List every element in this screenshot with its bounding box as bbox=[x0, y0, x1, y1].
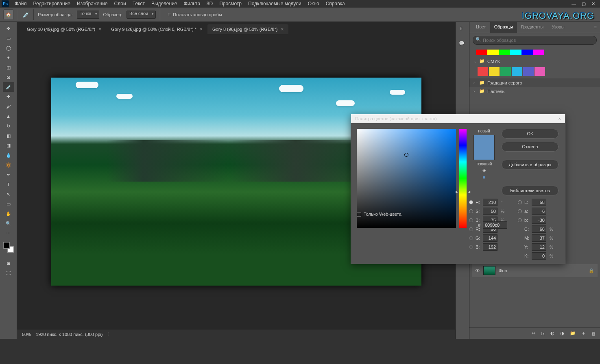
minimize-icon[interactable]: — bbox=[572, 1, 576, 6]
dialog-titlebar[interactable]: Палитра цветов (заказной цвет холста) × bbox=[351, 114, 565, 123]
pen-tool-icon[interactable]: ✒ bbox=[3, 170, 14, 180]
panel-menu-icon[interactable]: ≡ bbox=[591, 22, 600, 33]
radio-s[interactable] bbox=[469, 209, 473, 213]
swatch-yellow[interactable] bbox=[487, 50, 499, 55]
eyedropper-tool-icon[interactable]: 💉 bbox=[3, 82, 14, 92]
crop-tool-icon[interactable]: ◫ bbox=[3, 63, 14, 72]
tab-gradients[interactable]: Градиенты bbox=[517, 22, 548, 33]
trash-icon[interactable]: 🗑 bbox=[591, 331, 596, 336]
eraser-tool-icon[interactable]: ◧ bbox=[3, 131, 14, 141]
swatch-cmyk-4[interactable] bbox=[512, 67, 522, 76]
radio-r[interactable] bbox=[469, 227, 473, 231]
fx-icon[interactable]: fx bbox=[541, 331, 545, 336]
zoom-tool-icon[interactable]: 🔍 bbox=[3, 219, 14, 228]
input-b[interactable] bbox=[532, 217, 546, 224]
input-s[interactable] bbox=[483, 208, 497, 215]
layer-visibility-icon[interactable]: 👁 bbox=[475, 268, 480, 273]
swatch-red[interactable] bbox=[476, 50, 487, 55]
layer-row-background[interactable]: 👁 Фон 🔒 bbox=[472, 264, 598, 277]
menu-filter[interactable]: Фильтр bbox=[181, 1, 203, 6]
hue-slider[interactable] bbox=[459, 129, 467, 228]
link-icon[interactable]: ⇔ bbox=[532, 331, 535, 336]
lock-icon[interactable]: 🔒 bbox=[589, 268, 594, 273]
history-brush-icon[interactable]: ↻ bbox=[3, 121, 14, 131]
websafe-icon[interactable]: ■ bbox=[483, 175, 486, 180]
folder-grayscale[interactable]: ›📁Градации серого bbox=[469, 78, 600, 87]
show-ring-checkbox[interactable]: ☐ Показать кольцо пробы bbox=[168, 12, 222, 17]
sample-size-select[interactable]: Точка bbox=[77, 11, 99, 19]
menu-window[interactable]: Окно bbox=[305, 1, 323, 6]
group-icon[interactable]: 📁 bbox=[570, 331, 576, 336]
close-window-icon[interactable]: ✕ bbox=[591, 1, 595, 6]
quickmask-icon[interactable]: ◙ bbox=[3, 258, 14, 268]
menu-view[interactable]: Просмотр bbox=[216, 1, 245, 6]
healing-tool-icon[interactable]: ✚ bbox=[3, 92, 14, 102]
swatch-cmyk-2[interactable] bbox=[489, 67, 500, 76]
gradient-tool-icon[interactable]: ◨ bbox=[3, 141, 14, 150]
menu-file[interactable]: Файл bbox=[11, 1, 30, 6]
menu-3d[interactable]: 3D bbox=[203, 1, 216, 6]
radio-h[interactable] bbox=[469, 200, 473, 204]
folder-pastel[interactable]: ›📁Пастель bbox=[469, 87, 600, 95]
more-tools-icon[interactable]: ⋯ bbox=[3, 228, 14, 238]
add-swatch-button[interactable]: Добавить в образцы bbox=[502, 160, 559, 169]
menu-layers[interactable]: Слои bbox=[111, 1, 129, 6]
input-y[interactable] bbox=[532, 243, 546, 251]
cancel-button[interactable]: Отмена bbox=[502, 142, 559, 152]
swatch-cmyk-1[interactable] bbox=[478, 67, 488, 76]
close-icon[interactable]: × bbox=[98, 26, 101, 32]
radio-l[interactable] bbox=[518, 200, 522, 204]
search-swatches-input[interactable] bbox=[473, 36, 597, 45]
lasso-tool-icon[interactable]: ◯ bbox=[3, 43, 14, 53]
tab-patterns[interactable]: Узоры bbox=[548, 22, 568, 33]
menu-text[interactable]: Текст bbox=[129, 1, 148, 6]
chevron-right-icon[interactable]: 〉 bbox=[107, 331, 112, 337]
swatch-magenta[interactable] bbox=[533, 50, 544, 55]
screenmode-icon[interactable]: ⛶ bbox=[3, 268, 14, 278]
menu-image[interactable]: Изображение bbox=[74, 1, 111, 6]
tab-color[interactable]: Цвет bbox=[472, 22, 490, 33]
zoom-level[interactable]: 50% bbox=[22, 332, 31, 337]
menu-help[interactable]: Справка bbox=[323, 1, 348, 6]
maximize-icon[interactable]: ▢ bbox=[582, 1, 586, 6]
sample-layer-select[interactable]: Все слои bbox=[127, 11, 156, 19]
magicwand-tool-icon[interactable]: ✦ bbox=[3, 53, 14, 63]
web-only-checkbox[interactable]: Только Web-цвета bbox=[357, 212, 401, 217]
path-select-icon[interactable]: ↖ bbox=[3, 189, 14, 199]
blur-tool-icon[interactable]: 💧 bbox=[3, 150, 14, 160]
input-hex[interactable] bbox=[483, 221, 507, 229]
adjustment-icon[interactable]: ◑ bbox=[560, 331, 564, 336]
frame-tool-icon[interactable]: ⊠ bbox=[3, 72, 14, 82]
input-blue[interactable] bbox=[483, 243, 497, 251]
marquee-tool-icon[interactable]: ▭ bbox=[3, 33, 14, 43]
color-swatches[interactable] bbox=[2, 241, 15, 254]
folder-cmyk[interactable]: ⌄📁CMYK bbox=[469, 57, 600, 65]
menu-plugins[interactable]: Подключаемые модули bbox=[245, 1, 305, 6]
shape-tool-icon[interactable]: ▭ bbox=[3, 199, 14, 209]
dodge-tool-icon[interactable]: 🔆 bbox=[3, 160, 14, 170]
text-tool-icon[interactable]: T bbox=[3, 180, 14, 189]
radio-b[interactable] bbox=[518, 218, 522, 222]
swatch-cmyk-6[interactable] bbox=[535, 67, 545, 76]
radio-a[interactable] bbox=[518, 209, 522, 213]
brush-tool-icon[interactable]: 🖌 bbox=[3, 102, 14, 111]
learn-panel-icon[interactable]: 🎚 bbox=[459, 26, 466, 33]
radio-blue[interactable] bbox=[469, 245, 473, 249]
layer-thumbnail[interactable] bbox=[483, 266, 495, 275]
doc-tab-0[interactable]: Gory 10 (49).jpg @ 50% (RGB/8#)× bbox=[22, 24, 106, 34]
close-icon[interactable]: × bbox=[200, 26, 203, 32]
input-h[interactable] bbox=[483, 199, 497, 206]
new-layer-icon[interactable]: ＋ bbox=[581, 330, 586, 336]
swatch-green[interactable] bbox=[499, 50, 510, 55]
input-m[interactable] bbox=[532, 234, 546, 242]
stamp-tool-icon[interactable]: ▲ bbox=[3, 111, 14, 121]
home-button[interactable]: 🏠 bbox=[3, 9, 14, 20]
swatch-cyan[interactable] bbox=[510, 50, 521, 55]
input-a[interactable] bbox=[532, 208, 546, 215]
doc-tab-2[interactable]: Gory 8 (96).jpg @ 50% (RGB/8*)× bbox=[207, 24, 288, 34]
tab-swatches[interactable]: Образцы bbox=[490, 22, 517, 33]
comments-panel-icon[interactable]: 💬 bbox=[459, 41, 466, 48]
swatch-cmyk-5[interactable] bbox=[523, 67, 534, 76]
input-c[interactable] bbox=[532, 225, 546, 233]
color-libraries-button[interactable]: Библиотеки цветов bbox=[502, 186, 559, 195]
